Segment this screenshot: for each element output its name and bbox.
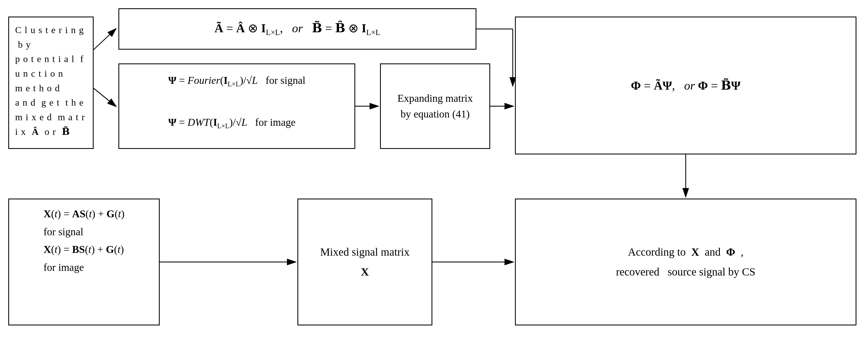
svg-line-2 [94, 88, 116, 106]
recovered-text: According to X and Φ , recovered source … [616, 242, 756, 282]
expanding-box: Expanding matrixby equation (41) [380, 63, 490, 149]
recovered-box: According to X and Φ , recovered source … [515, 199, 857, 326]
diagram: C l u s t e r i n g b y p o t e n t i a … [0, 0, 868, 337]
mixed-text: Mixed signal matrix X [320, 242, 409, 282]
atilde-box: Ã = Â ⊗ IL×L, or B̃ = B̂ ⊗ IL×L [118, 8, 476, 50]
psi-formula: Ψ = Fourier(IL×L)/√L for signal Ψ = DWT(… [168, 70, 305, 133]
signals-box: X(t) = AS(t) + G(t) for signal X(t) = BS… [8, 199, 160, 326]
psi-box: Ψ = Fourier(IL×L)/√L for signal Ψ = DWT(… [118, 63, 355, 149]
signals-text: X(t) = AS(t) + G(t) for signal X(t) = BS… [43, 205, 124, 276]
phi-box: Φ = ÃΨ, or Φ = B̃Ψ [515, 17, 857, 155]
clustering-text: C l u s t e r i n g b y p o t e n t i a … [15, 23, 87, 139]
svg-line-1 [94, 29, 116, 50]
phi-formula: Φ = ÃΨ, or Φ = B̃Ψ [631, 78, 741, 93]
expanding-text: Expanding matrixby equation (41) [397, 90, 472, 122]
atilde-formula: Ã = Â ⊗ IL×L, or B̃ = B̂ ⊗ IL×L [215, 21, 380, 37]
mixed-box: Mixed signal matrix X [298, 199, 432, 326]
clustering-box: C l u s t e r i n g b y p o t e n t i a … [8, 17, 94, 149]
